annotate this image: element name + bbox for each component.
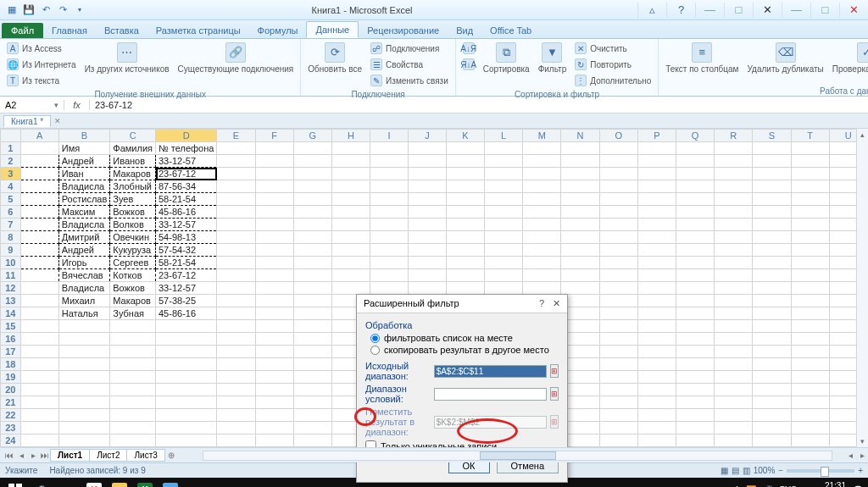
cell-N5[interactable] (561, 193, 599, 206)
cell-R13[interactable] (715, 295, 753, 307)
cell-N2[interactable] (561, 155, 599, 168)
view-normal[interactable]: ▦ (721, 466, 728, 475)
cell-G15[interactable] (293, 320, 331, 333)
cell-S13[interactable] (753, 295, 791, 307)
cell-C20[interactable] (110, 384, 156, 396)
cell-A6[interactable] (20, 206, 58, 219)
cell-J8[interactable] (408, 231, 446, 244)
window-minimize[interactable]: — (782, 3, 810, 18)
properties[interactable]: ☰Свойства (369, 57, 450, 72)
tab-view[interactable]: Вид (448, 23, 481, 38)
cell-F7[interactable] (255, 219, 293, 231)
cell-D12[interactable]: 33-12-57 (156, 282, 217, 295)
cell-F19[interactable] (255, 371, 293, 384)
cell-D8[interactable]: 54-98-13 (156, 231, 217, 244)
range-picker-src[interactable]: ⊞ (550, 364, 559, 378)
row-header-5[interactable]: 5 (1, 193, 21, 206)
col-header-S[interactable]: S (753, 130, 791, 142)
cell-A15[interactable] (20, 320, 58, 333)
cell-A2[interactable] (20, 155, 58, 168)
refresh-all[interactable]: ⟳Обновить все (306, 41, 364, 75)
cell-C15[interactable] (110, 320, 156, 333)
cell-L11[interactable] (485, 269, 523, 282)
cell-D6[interactable]: 45-86-16 (156, 206, 217, 219)
new-sheet[interactable]: ⊕ (165, 451, 177, 460)
cell-Q16[interactable] (676, 333, 714, 346)
cell-R22[interactable] (715, 409, 753, 422)
col-header-D[interactable]: D (156, 130, 217, 142)
cell-T5[interactable] (791, 193, 829, 206)
cell-K1[interactable] (446, 142, 484, 155)
cell-Q8[interactable] (676, 231, 714, 244)
cell-D11[interactable]: 23-67-12 (156, 269, 217, 282)
cell-R18[interactable] (715, 358, 753, 371)
row-header-23[interactable]: 23 (1, 422, 21, 434)
cell-B16[interactable] (58, 333, 110, 346)
cell-O13[interactable] (599, 295, 637, 307)
cell-M11[interactable] (523, 269, 561, 282)
edit-links[interactable]: ✎Изменить связи (369, 73, 450, 88)
cell-O24[interactable] (599, 434, 637, 447)
cell-N7[interactable] (561, 219, 599, 231)
cell-C22[interactable] (110, 409, 156, 422)
cell-S14[interactable] (753, 307, 791, 320)
worksheet-grid[interactable]: ABCDEFGHIJKLMNOPQRSTU1ИмяФамилия№ телефо… (0, 129, 868, 447)
row-header-11[interactable]: 11 (1, 269, 21, 282)
cell-M4[interactable] (523, 180, 561, 193)
cell-D13[interactable]: 57-38-25 (156, 295, 217, 307)
cell-P19[interactable] (637, 371, 676, 384)
row-header-20[interactable]: 20 (1, 384, 21, 396)
sheet-nav-next[interactable]: ▸ (27, 451, 39, 460)
cell-G19[interactable] (293, 371, 331, 384)
cell-F1[interactable] (255, 142, 293, 155)
scroll-down[interactable]: ▾ (857, 435, 868, 447)
taskbar-app-paint[interactable] (158, 480, 183, 488)
cell-O19[interactable] (599, 371, 637, 384)
cell-K8[interactable] (446, 231, 484, 244)
cell-R3[interactable] (715, 168, 753, 180)
cell-B3[interactable]: Иван (58, 168, 110, 180)
cell-G7[interactable] (293, 219, 331, 231)
cell-E2[interactable] (217, 155, 255, 168)
cell-E10[interactable] (217, 257, 255, 269)
cell-A11[interactable] (20, 269, 58, 282)
cell-O3[interactable] (599, 168, 637, 180)
cell-P2[interactable] (637, 155, 676, 168)
cell-F24[interactable] (255, 434, 293, 447)
cell-A8[interactable] (20, 231, 58, 244)
cell-Q24[interactable] (676, 434, 714, 447)
sort-desc[interactable]: Я↓А (461, 57, 476, 72)
zoom-in[interactable]: + (858, 466, 863, 475)
cell-D17[interactable] (156, 346, 217, 358)
cell-Q19[interactable] (676, 371, 714, 384)
cell-E22[interactable] (217, 409, 255, 422)
cell-E15[interactable] (217, 320, 255, 333)
cell-S10[interactable] (753, 257, 791, 269)
cell-M6[interactable] (523, 206, 561, 219)
row-header-18[interactable]: 18 (1, 358, 21, 371)
cell-L4[interactable] (485, 180, 523, 193)
cell-R7[interactable] (715, 219, 753, 231)
cell-O7[interactable] (599, 219, 637, 231)
cell-A14[interactable] (20, 307, 58, 320)
clear-filter[interactable]: ✕Очистить (573, 41, 653, 56)
cell-C4[interactable]: Злобный (110, 180, 156, 193)
cell-G23[interactable] (293, 422, 331, 434)
cell-R12[interactable] (715, 282, 753, 295)
cell-P13[interactable] (637, 295, 676, 307)
cell-A4[interactable] (20, 180, 58, 193)
cell-D22[interactable] (156, 409, 217, 422)
col-header-I[interactable]: I (370, 130, 409, 142)
cell-S22[interactable] (753, 409, 791, 422)
cell-D20[interactable] (156, 384, 217, 396)
hscroll-right[interactable]: ▸ (856, 451, 868, 460)
cell-G14[interactable] (293, 307, 331, 320)
col-header-E[interactable]: E (217, 130, 255, 142)
radio-copy-to[interactable]: скопировать результат в другое место (365, 344, 559, 356)
cell-C9[interactable]: Кукуруза (110, 244, 156, 257)
mdi-minimize[interactable]: — (695, 3, 724, 18)
cell-T4[interactable] (791, 180, 829, 193)
cell-J1[interactable] (408, 142, 446, 155)
cell-O6[interactable] (599, 206, 637, 219)
cell-B15[interactable] (58, 320, 110, 333)
